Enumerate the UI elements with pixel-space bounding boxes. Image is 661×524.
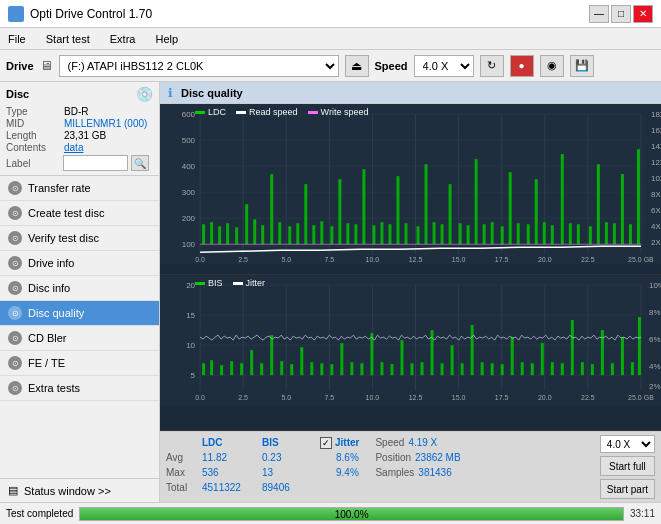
write-speed-legend-label: Write speed	[321, 107, 369, 117]
action-buttons: 4.0 X Start full Start part	[600, 435, 655, 499]
speed-position-section: Speed 4.19 X Position 23862 MB Samples 3…	[375, 435, 460, 480]
sidebar-item-drive-info[interactable]: ⊙ Drive info	[0, 251, 159, 276]
menu-bar: File Start test Extra Help	[0, 28, 661, 50]
contents-value[interactable]: data	[64, 142, 83, 153]
menu-start-test[interactable]: Start test	[42, 31, 94, 47]
svg-rect-63	[589, 226, 592, 244]
speed-select-stats[interactable]: 4.0 X	[600, 435, 655, 453]
read-speed-legend-color	[236, 111, 246, 114]
sidebar-item-label: Create test disc	[28, 207, 104, 219]
svg-text:15.0: 15.0	[452, 256, 466, 263]
type-value: BD-R	[64, 106, 88, 117]
sidebar-item-fe-te[interactable]: ⊙ FE / TE	[0, 351, 159, 376]
status-window-button[interactable]: ▤ Status window >>	[0, 478, 159, 502]
svg-rect-45	[433, 222, 436, 244]
svg-rect-65	[605, 222, 608, 244]
svg-rect-134	[421, 362, 424, 375]
svg-rect-59	[551, 225, 554, 244]
disc-quality-icon: ⊙	[8, 306, 22, 320]
svg-text:2%: 2%	[649, 382, 661, 391]
svg-rect-152	[601, 330, 604, 375]
avg-label: Avg	[166, 452, 202, 463]
save-button[interactable]: 💾	[570, 55, 594, 77]
sidebar-item-disc-info[interactable]: ⊙ Disc info	[0, 276, 159, 301]
speed-select[interactable]: 4.0 X	[414, 55, 474, 77]
svg-rect-139	[471, 325, 474, 375]
close-button[interactable]: ✕	[633, 5, 653, 23]
svg-rect-117	[250, 350, 253, 375]
progress-bar: 100.0%	[79, 507, 624, 521]
samples-label: Samples	[375, 467, 414, 478]
progress-bar-container: Test completed 100.0% 33:11	[0, 502, 661, 524]
svg-rect-114	[220, 365, 223, 375]
svg-text:10.0: 10.0	[366, 394, 380, 401]
label-input[interactable]	[63, 155, 128, 171]
svg-rect-113	[210, 360, 213, 375]
length-key: Length	[6, 130, 64, 141]
sidebar-item-disc-quality[interactable]: ⊙ Disc quality	[0, 301, 159, 326]
svg-rect-140	[481, 362, 484, 375]
maximize-button[interactable]: □	[611, 5, 631, 23]
bis-jitter-chart: BIS Jitter	[160, 275, 661, 431]
svg-rect-143	[511, 337, 514, 375]
drive-select[interactable]: (F:) ATAPI iHBS112 2 CL0K	[59, 55, 339, 77]
disc-icon: 💿	[136, 86, 153, 102]
chart-header-icon: ℹ	[168, 86, 173, 100]
sidebar-item-create-test-disc[interactable]: ⊙ Create test disc	[0, 201, 159, 226]
svg-text:5.0: 5.0	[281, 394, 291, 401]
menu-extra[interactable]: Extra	[106, 31, 140, 47]
svg-rect-31	[312, 225, 315, 244]
sidebar-item-verify-test-disc[interactable]: ⊙ Verify test disc	[0, 226, 159, 251]
svg-rect-43	[417, 226, 420, 244]
svg-text:22.5: 22.5	[581, 256, 595, 263]
disc-panel-title: Disc	[6, 88, 29, 100]
mid-key: MID	[6, 118, 64, 129]
svg-rect-51	[483, 224, 486, 244]
start-full-button[interactable]: Start full	[600, 456, 655, 476]
label-icon-btn[interactable]: 🔍	[131, 155, 149, 171]
svg-rect-57	[535, 179, 538, 244]
sidebar: Disc 💿 Type BD-R MID MILLENMR1 (000) Len…	[0, 82, 160, 502]
svg-rect-123	[310, 362, 313, 375]
length-value: 23,31 GB	[64, 130, 106, 141]
svg-rect-121	[290, 364, 293, 375]
stats-table: LDC BIS Avg 11.82 0.23 Max 536 13 Total	[166, 435, 312, 495]
refresh-button[interactable]: ↻	[480, 55, 504, 77]
svg-rect-40	[388, 224, 391, 244]
svg-rect-56	[527, 224, 530, 244]
record-button[interactable]: ●	[510, 55, 534, 77]
ldc-chart: LDC Read speed Write speed	[160, 104, 661, 275]
avg-ldc: 11.82	[202, 452, 262, 463]
svg-rect-32	[320, 221, 323, 244]
disc-button[interactable]: ◉	[540, 55, 564, 77]
svg-text:25.0 GB: 25.0 GB	[628, 394, 654, 401]
sidebar-item-label: Disc info	[28, 282, 70, 294]
jitter-avg-val: 8.6%	[336, 452, 359, 463]
svg-rect-142	[501, 364, 504, 375]
menu-help[interactable]: Help	[151, 31, 182, 47]
app-title: Opti Drive Control 1.70	[30, 7, 152, 21]
svg-rect-130	[380, 362, 383, 375]
eject-button[interactable]: ⏏	[345, 55, 369, 77]
position-label: Position	[375, 452, 411, 463]
svg-text:15: 15	[186, 311, 195, 320]
minimize-button[interactable]: —	[589, 5, 609, 23]
menu-file[interactable]: File	[4, 31, 30, 47]
svg-rect-30	[304, 184, 307, 244]
start-part-button[interactable]: Start part	[600, 479, 655, 499]
svg-text:5: 5	[191, 371, 196, 380]
sidebar-item-cd-bler[interactable]: ⊙ CD Bler	[0, 326, 159, 351]
jitter-checkbox[interactable]: ✓	[320, 437, 332, 449]
svg-text:12.5: 12.5	[409, 256, 423, 263]
sidebar-item-transfer-rate[interactable]: ⊙ Transfer rate	[0, 176, 159, 201]
main-layout: Disc 💿 Type BD-R MID MILLENMR1 (000) Len…	[0, 82, 661, 502]
svg-rect-116	[240, 363, 243, 375]
stats-ldc-header: LDC	[202, 437, 262, 448]
chart-header: ℹ Disc quality	[160, 82, 661, 104]
svg-rect-138	[461, 363, 464, 375]
svg-rect-126	[340, 343, 343, 375]
svg-rect-55	[517, 223, 520, 244]
sidebar-item-extra-tests[interactable]: ⊙ Extra tests	[0, 376, 159, 401]
svg-text:6%: 6%	[649, 335, 661, 344]
status-text: Test completed	[6, 508, 73, 519]
